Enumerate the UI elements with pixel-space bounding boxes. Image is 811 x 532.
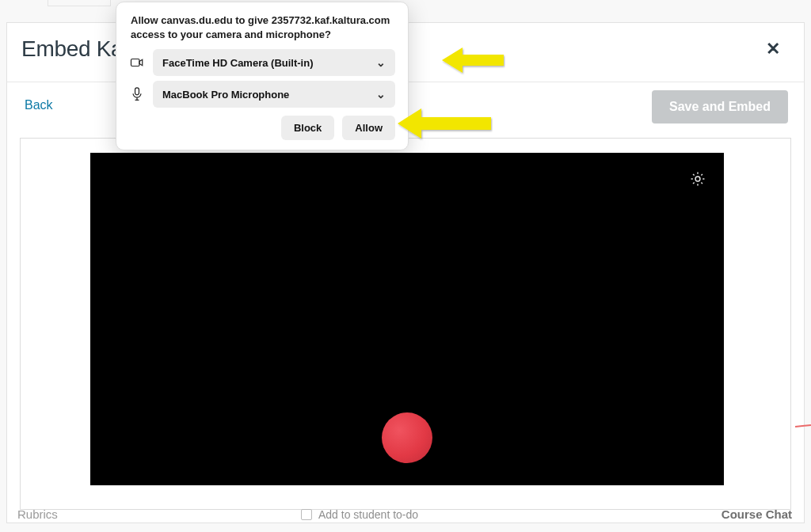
footer-rubrics-label: Rubrics — [17, 507, 58, 521]
microphone-select[interactable]: MacBook Pro Microphone ⌄ — [153, 81, 395, 108]
chevron-down-icon: ⌄ — [376, 56, 386, 69]
video-preview — [90, 153, 724, 485]
block-button[interactable]: Block — [281, 116, 334, 140]
save-and-embed-button[interactable]: Save and Embed — [652, 90, 788, 124]
allow-button[interactable]: Allow — [342, 116, 395, 140]
camera-select-value: FaceTime HD Camera (Built-in) — [162, 57, 313, 69]
content-frame — [20, 138, 791, 510]
camera-select[interactable]: FaceTime HD Camera (Built-in) ⌄ — [153, 49, 395, 76]
page-title: Embed Kal — [21, 36, 128, 62]
svg-rect-2 — [135, 88, 139, 95]
microphone-icon — [129, 87, 145, 101]
record-button[interactable] — [382, 412, 432, 463]
chevron-down-icon: ⌄ — [376, 88, 386, 101]
gear-icon — [689, 177, 706, 190]
ghost-panel-edge — [48, 0, 111, 6]
footer-todo-label: Add to student to-do — [318, 508, 418, 521]
camera-row: FaceTime HD Camera (Built-in) ⌄ — [129, 49, 395, 76]
svg-point-0 — [695, 177, 700, 181]
footer-todo-option[interactable]: Add to student to-do — [301, 508, 418, 521]
browser-permission-dialog: Allow canvas.du.edu to give 2357732.kaf.… — [116, 2, 409, 150]
microphone-select-value: MacBook Pro Microphone — [162, 89, 289, 101]
permission-actions: Block Allow — [126, 116, 398, 140]
camera-icon — [129, 57, 145, 68]
microphone-row: MacBook Pro Microphone ⌄ — [129, 81, 395, 108]
permission-message: Allow canvas.du.edu to give 2357732.kaf.… — [131, 13, 394, 41]
svg-rect-1 — [131, 59, 140, 66]
close-button[interactable]: ✕ — [761, 36, 785, 63]
course-chat-button[interactable]: Course Chat — [722, 507, 792, 521]
checkbox-icon — [301, 509, 312, 520]
back-link[interactable]: Back — [25, 90, 53, 112]
settings-button[interactable] — [689, 170, 706, 188]
